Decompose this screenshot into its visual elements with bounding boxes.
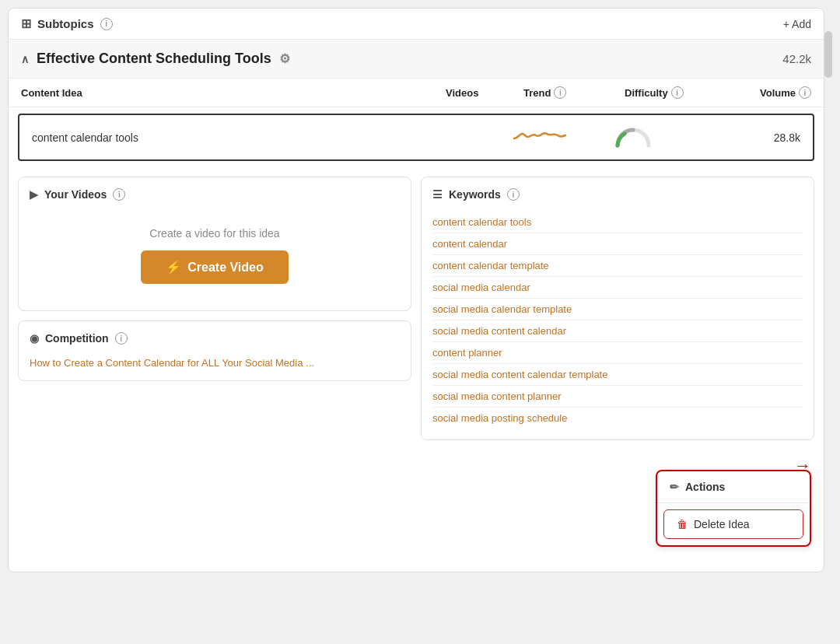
right-column: ☰ Keywords i content calendar toolsconte… [421, 177, 814, 547]
left-column: ▶ Your Videos i Create a video for this … [18, 177, 411, 547]
competition-icon: ◉ [30, 332, 39, 345]
scrollbar-thumb[interactable] [824, 31, 832, 78]
keywords-list: content calendar toolscontent calendarco… [432, 212, 803, 429]
red-arrow-icon: → [794, 456, 811, 476]
pencil-icon: ✏ [670, 481, 679, 493]
arrow-indicator: → [794, 456, 811, 476]
table-row[interactable]: content calendar tools 28.8k [18, 114, 814, 161]
subtopics-icon: ⊞ [21, 16, 31, 31]
delete-idea-button[interactable]: 🗑 Delete Idea [663, 509, 803, 539]
col-content-idea: Content Idea [21, 86, 446, 99]
section-title-group: ∧ Effective Content Scheduling Tools ⚙ [21, 51, 290, 67]
row-volume: 28.8k [723, 131, 800, 144]
keyword-item[interactable]: social media posting schedule [432, 408, 803, 429]
keyword-item[interactable]: content calendar tools [432, 212, 803, 233]
keywords-title: ☰ Keywords i [432, 188, 803, 201]
trend-info-icon[interactable]: i [554, 86, 566, 99]
keywords-icon: ☰ [432, 188, 443, 201]
table-header: Content Idea Videos Trend i Difficulty i… [9, 79, 824, 107]
row-difficulty [614, 126, 723, 149]
trash-icon: 🗑 [677, 518, 688, 530]
your-videos-title: ▶ Your Videos i [30, 188, 400, 201]
keyword-item[interactable]: social media content planner [432, 386, 803, 408]
col-volume: Volume i [733, 86, 811, 99]
create-video-hint: Create a video for this idea [149, 227, 279, 240]
col-trend: Trend i [523, 86, 625, 99]
keyword-item[interactable]: content calendar [432, 233, 803, 255]
row-trend [513, 124, 614, 150]
col-difficulty: Difficulty i [625, 86, 733, 99]
add-button[interactable]: + Add [783, 18, 811, 30]
keyword-item[interactable]: social media calendar [432, 277, 803, 299]
competition-title: ◉ Competition i [30, 332, 400, 345]
keyword-item[interactable]: social media content calendar template [432, 364, 803, 386]
section-title-text: Effective Content Scheduling Tools [37, 51, 271, 67]
create-video-button[interactable]: ⚡ Create Video [141, 250, 289, 284]
section-volume: 42.2k [782, 52, 811, 65]
keywords-info-icon[interactable]: i [507, 188, 520, 201]
bolt-icon: ⚡ [166, 260, 181, 275]
your-videos-info-icon[interactable]: i [113, 188, 125, 201]
actions-popup: ✏ Actions 🗑 Delete Idea [656, 470, 811, 547]
keyword-item[interactable]: social media calendar template [432, 299, 803, 320]
content-panels: ▶ Your Videos i Create a video for this … [9, 167, 824, 556]
keywords-panel: ☰ Keywords i content calendar toolsconte… [421, 177, 814, 440]
actions-header: ✏ Actions [657, 471, 810, 503]
difficulty-info-icon[interactable]: i [671, 86, 684, 99]
settings-icon[interactable]: ⚙ [279, 51, 290, 66]
play-icon: ▶ [30, 188, 38, 201]
keyword-item[interactable]: social media content calendar [432, 320, 803, 342]
top-bar: ⊞ Subtopics i + Add [9, 9, 824, 40]
actions-popup-wrapper: → ✏ Actions 🗑 Delete Idea [421, 456, 814, 547]
keyword-item[interactable]: content planner [432, 342, 803, 364]
subtopics-label: Subtopics [37, 17, 94, 30]
subtopics-info-icon[interactable]: i [100, 18, 113, 30]
keyword-item[interactable]: content calendar template [432, 255, 803, 277]
scrollbar-track[interactable] [824, 8, 832, 644]
competition-info-icon[interactable]: i [115, 332, 128, 345]
competition-link[interactable]: How to Create a Content Calendar for ALL… [30, 357, 314, 369]
section-header: ∧ Effective Content Scheduling Tools ⚙ 4… [9, 40, 824, 79]
col-videos: Videos [446, 86, 523, 99]
create-video-section: Create a video for this idea ⚡ Create Vi… [30, 212, 400, 299]
your-videos-panel: ▶ Your Videos i Create a video for this … [18, 177, 411, 311]
subtopics-title-group: ⊞ Subtopics i [21, 16, 113, 31]
competition-panel: ◉ Competition i How to Create a Content … [18, 320, 411, 381]
row-content-idea: content calendar tools [32, 131, 435, 144]
volume-info-icon[interactable]: i [799, 86, 811, 99]
collapse-chevron[interactable]: ∧ [21, 53, 29, 65]
